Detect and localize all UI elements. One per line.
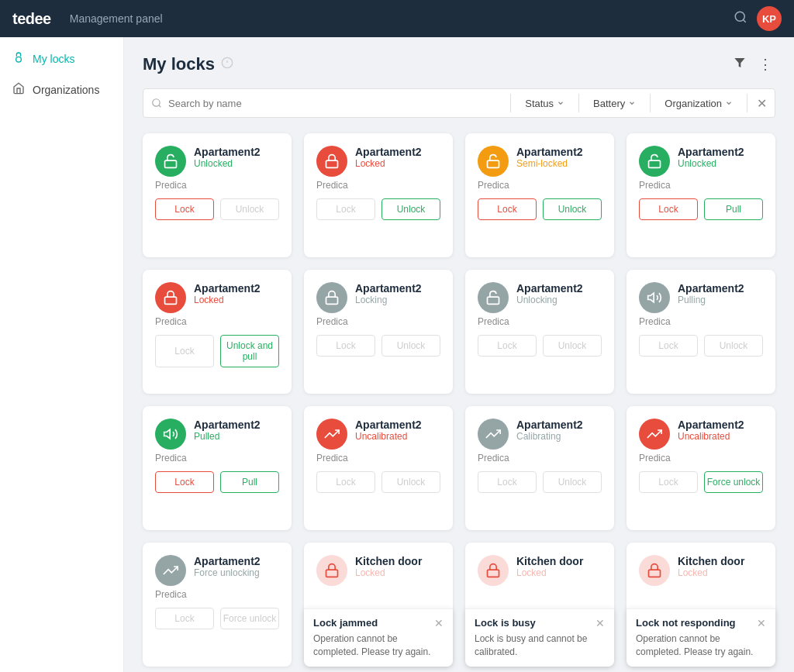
lock-card-header: Apartament2 Calibrating — [478, 419, 602, 450]
svg-rect-14 — [326, 297, 338, 304]
lock-status-icon — [155, 555, 186, 586]
lock-action-button[interactable]: Force unlock — [704, 471, 763, 493]
lock-action-button[interactable]: Unlock — [543, 471, 602, 493]
lock-card: Apartament2 Pulling Predica LockUnlock — [627, 270, 775, 394]
lock-info: Apartament2 Unlocked — [194, 146, 279, 169]
app-logo: tedee — [12, 10, 51, 28]
lock-org: Predica — [639, 180, 763, 191]
info-icon[interactable] — [221, 57, 233, 72]
chevron-down-icon — [725, 99, 733, 107]
divider — [578, 94, 579, 112]
lock-card: Apartament2 Uncalibrated Predica LockUnl… — [304, 406, 453, 530]
lock-action-button[interactable]: Lock — [478, 471, 537, 493]
lock-status: Unlocking — [516, 295, 602, 305]
lock-card: Apartament2 Unlocked Predica LockUnlock — [143, 133, 292, 257]
lock-action-button[interactable]: Unlock — [543, 198, 602, 220]
user-avatar[interactable]: KP — [757, 6, 782, 31]
close-error-button[interactable]: ✕ — [434, 617, 444, 629]
lock-status-icon — [639, 419, 670, 450]
lock-action-button[interactable]: Lock — [316, 198, 375, 220]
lock-buttons: LockUnlock — [316, 471, 440, 493]
error-title: Lock not responding — [636, 617, 736, 629]
svg-rect-9 — [165, 160, 177, 167]
lock-action-button[interactable]: Pull — [220, 471, 279, 493]
lock-action-button[interactable]: Unlock — [704, 335, 763, 357]
divider — [747, 94, 747, 112]
lock-action-button[interactable]: Lock — [639, 335, 698, 357]
lock-action-button[interactable]: Lock — [316, 471, 375, 493]
divider — [510, 94, 511, 112]
lock-buttons: LockUnlock — [478, 471, 602, 493]
lock-status: Pulling — [678, 295, 763, 305]
lock-status-icon — [478, 282, 509, 313]
battery-filter[interactable]: Battery — [585, 98, 644, 109]
lock-action-button[interactable]: Lock — [478, 335, 537, 357]
lock-info: Apartament2 Semi-locked — [516, 146, 602, 169]
lock-buttons: LockUnlock — [155, 198, 279, 220]
error-body: Operation cannot be completed. Please tr… — [313, 632, 444, 659]
lock-action-button[interactable]: Unlock and pull — [220, 335, 279, 367]
lock-action-button[interactable]: Lock — [155, 608, 214, 629]
page-title: My locks — [143, 54, 215, 74]
lock-card-header: Apartament2 Locking — [316, 282, 440, 313]
lock-status-icon — [316, 282, 347, 313]
sidebar-item-organizations[interactable]: Organizations — [0, 74, 123, 105]
lock-card-header: Kitchen door Locked — [478, 555, 602, 586]
lock-action-button[interactable]: Lock — [478, 198, 537, 220]
lock-action-button[interactable]: Unlock — [220, 198, 279, 220]
lock-status: Semi-locked — [516, 158, 602, 169]
lock-name: Apartament2 — [194, 419, 279, 431]
lock-org: Predica — [155, 453, 279, 464]
lock-action-button[interactable]: Unlock — [381, 198, 440, 220]
lock-status-icon — [316, 419, 347, 450]
lock-card: Apartament2 Uncalibrated Predica LockFor… — [627, 406, 775, 530]
close-error-button[interactable]: ✕ — [596, 617, 605, 629]
locks-grid: Apartament2 Unlocked Predica LockUnlock … — [143, 133, 775, 672]
lock-status-icon — [155, 282, 186, 313]
lock-action-button[interactable]: Unlock — [381, 335, 440, 357]
lock-action-button[interactable]: Unlock — [381, 471, 440, 493]
organization-filter[interactable]: Organization — [657, 98, 740, 109]
svg-marker-16 — [648, 293, 654, 302]
lock-info: Apartament2 Locked — [355, 146, 440, 169]
lock-action-button[interactable]: Lock — [316, 335, 375, 357]
divider — [650, 94, 651, 112]
lock-status-icon — [639, 146, 670, 177]
lock-info: Kitchen door Locked — [355, 555, 440, 578]
svg-marker-17 — [164, 429, 171, 439]
lock-action-button[interactable]: Lock — [155, 198, 214, 220]
status-filter[interactable]: Status — [517, 98, 572, 109]
error-body: Lock is busy and cannot be calibrated. — [475, 632, 605, 659]
lock-card: Apartament2 Unlocking Predica LockUnlock — [465, 270, 614, 394]
more-options-icon[interactable]: ⋮ — [755, 53, 775, 76]
lock-status: Locked — [516, 567, 602, 578]
lock-card: Kitchen door Locked Lock is busy ✕ Lock … — [465, 543, 614, 667]
lock-action-button[interactable]: Lock — [639, 198, 698, 220]
clear-filters-button[interactable]: ✕ — [757, 96, 767, 111]
lock-card: Apartament2 Unlocked Predica LockPull — [627, 133, 775, 257]
lock-org: Predica — [316, 453, 440, 464]
close-error-button[interactable]: ✕ — [757, 617, 766, 629]
lock-name: Apartament2 — [678, 282, 763, 295]
svg-rect-11 — [488, 160, 499, 167]
svg-rect-10 — [326, 160, 338, 167]
lock-name: Apartament2 — [355, 146, 440, 158]
lock-action-button[interactable]: Lock — [155, 471, 214, 493]
lock-card: Apartament2 Locked Predica LockUnlock an… — [143, 270, 292, 394]
lock-status-icon — [639, 282, 670, 313]
search-icon[interactable] — [734, 10, 747, 28]
lock-buttons: LockUnlock and pull — [155, 335, 279, 367]
lock-action-button[interactable]: Lock — [155, 335, 214, 367]
lock-org: Predica — [639, 453, 763, 464]
lock-info: Apartament2 Unlocking — [516, 282, 602, 305]
lock-org: Predica — [478, 316, 602, 327]
lock-card-header: Kitchen door Locked — [639, 555, 763, 586]
lock-action-button[interactable]: Unlock — [543, 335, 602, 357]
lock-name: Apartament2 — [355, 282, 440, 295]
sidebar-item-my-locks[interactable]: My locks — [0, 43, 123, 74]
lock-action-button[interactable]: Pull — [704, 198, 763, 220]
lock-action-button[interactable]: Force unlock — [220, 608, 279, 629]
search-input[interactable] — [168, 98, 504, 109]
filter-icon[interactable] — [730, 53, 749, 76]
lock-action-button[interactable]: Lock — [639, 471, 698, 493]
